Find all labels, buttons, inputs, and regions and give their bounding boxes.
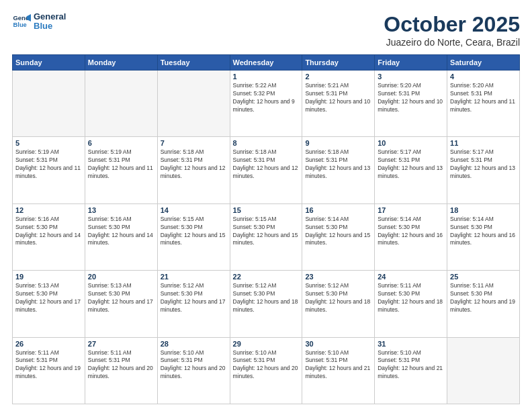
page: General Blue General Blue October 2025 J…	[0, 0, 532, 411]
day-number: 1	[233, 73, 300, 81]
month-title: October 2025	[384, 12, 520, 37]
day-number: 24	[378, 273, 444, 281]
day-number: 19	[15, 273, 82, 281]
calendar-cell: 11Sunrise: 5:17 AM Sunset: 5:31 PM Dayli…	[447, 137, 520, 203]
day-number: 26	[15, 340, 82, 348]
day-info: Sunrise: 5:14 AM Sunset: 5:30 PM Dayligh…	[378, 216, 444, 248]
header: General Blue General Blue October 2025 J…	[12, 12, 520, 48]
calendar-cell: 23Sunrise: 5:12 AM Sunset: 5:30 PM Dayli…	[302, 271, 375, 337]
day-info: Sunrise: 5:15 AM Sunset: 5:30 PM Dayligh…	[161, 216, 227, 248]
day-info: Sunrise: 5:21 AM Sunset: 5:31 PM Dayligh…	[305, 82, 371, 114]
day-info: Sunrise: 5:16 AM Sunset: 5:30 PM Dayligh…	[88, 216, 154, 248]
day-info: Sunrise: 5:14 AM Sunset: 5:30 PM Dayligh…	[450, 216, 517, 248]
day-info: Sunrise: 5:16 AM Sunset: 5:30 PM Dayligh…	[15, 216, 82, 248]
day-number: 6	[88, 139, 154, 147]
calendar-cell: 2Sunrise: 5:21 AM Sunset: 5:31 PM Daylig…	[302, 71, 375, 137]
day-info: Sunrise: 5:17 AM Sunset: 5:31 PM Dayligh…	[450, 148, 517, 181]
day-number: 13	[88, 206, 154, 214]
calendar-cell	[85, 71, 157, 137]
calendar-cell: 3Sunrise: 5:20 AM Sunset: 5:31 PM Daylig…	[375, 71, 447, 137]
day-info: Sunrise: 5:18 AM Sunset: 5:31 PM Dayligh…	[161, 148, 227, 181]
day-number: 3	[378, 73, 444, 81]
calendar-cell: 26Sunrise: 5:11 AM Sunset: 5:31 PM Dayli…	[13, 337, 85, 404]
day-number: 7	[161, 139, 227, 147]
calendar-cell: 31Sunrise: 5:10 AM Sunset: 5:31 PM Dayli…	[375, 337, 447, 404]
day-number: 10	[378, 139, 444, 147]
calendar-cell: 30Sunrise: 5:10 AM Sunset: 5:31 PM Dayli…	[302, 337, 375, 404]
weekday-header-wednesday: Wednesday	[230, 55, 302, 71]
day-number: 20	[88, 273, 154, 281]
day-number: 18	[450, 206, 517, 214]
logo-icon: General Blue	[12, 12, 31, 31]
day-number: 22	[233, 273, 300, 281]
calendar-cell: 7Sunrise: 5:18 AM Sunset: 5:31 PM Daylig…	[157, 137, 230, 203]
calendar-cell: 15Sunrise: 5:15 AM Sunset: 5:30 PM Dayli…	[230, 203, 302, 270]
day-info: Sunrise: 5:11 AM Sunset: 5:30 PM Dayligh…	[378, 282, 444, 314]
day-info: Sunrise: 5:10 AM Sunset: 5:31 PM Dayligh…	[378, 349, 444, 381]
day-info: Sunrise: 5:18 AM Sunset: 5:31 PM Dayligh…	[233, 148, 300, 181]
day-info: Sunrise: 5:11 AM Sunset: 5:31 PM Dayligh…	[15, 349, 82, 381]
day-info: Sunrise: 5:12 AM Sunset: 5:30 PM Dayligh…	[161, 282, 227, 314]
calendar-cell: 18Sunrise: 5:14 AM Sunset: 5:30 PM Dayli…	[447, 203, 520, 270]
title-block: October 2025 Juazeiro do Norte, Ceara, B…	[384, 12, 520, 48]
weekday-header-row: SundayMondayTuesdayWednesdayThursdayFrid…	[13, 55, 520, 71]
logo-line1: General	[34, 12, 66, 21]
week-row-1: 1Sunrise: 5:22 AM Sunset: 5:32 PM Daylig…	[13, 71, 520, 137]
day-number: 9	[305, 139, 371, 147]
week-row-3: 12Sunrise: 5:16 AM Sunset: 5:30 PM Dayli…	[13, 203, 520, 270]
calendar: SundayMondayTuesdayWednesdayThursdayFrid…	[12, 54, 520, 404]
day-info: Sunrise: 5:19 AM Sunset: 5:31 PM Dayligh…	[88, 148, 154, 181]
day-number: 21	[161, 273, 227, 281]
day-info: Sunrise: 5:10 AM Sunset: 5:31 PM Dayligh…	[233, 349, 300, 381]
day-info: Sunrise: 5:13 AM Sunset: 5:30 PM Dayligh…	[15, 282, 82, 314]
calendar-cell: 10Sunrise: 5:17 AM Sunset: 5:31 PM Dayli…	[375, 137, 447, 203]
calendar-cell: 5Sunrise: 5:19 AM Sunset: 5:31 PM Daylig…	[13, 137, 85, 203]
calendar-cell: 16Sunrise: 5:14 AM Sunset: 5:30 PM Dayli…	[302, 203, 375, 270]
day-number: 23	[305, 273, 371, 281]
day-number: 30	[305, 340, 371, 348]
svg-text:Blue: Blue	[13, 21, 27, 28]
calendar-cell: 28Sunrise: 5:10 AM Sunset: 5:31 PM Dayli…	[157, 337, 230, 404]
day-info: Sunrise: 5:12 AM Sunset: 5:30 PM Dayligh…	[305, 282, 371, 314]
calendar-cell: 21Sunrise: 5:12 AM Sunset: 5:30 PM Dayli…	[157, 271, 230, 337]
calendar-cell: 12Sunrise: 5:16 AM Sunset: 5:30 PM Dayli…	[13, 203, 85, 270]
day-number: 4	[450, 73, 517, 81]
day-number: 5	[15, 139, 82, 147]
day-info: Sunrise: 5:15 AM Sunset: 5:30 PM Dayligh…	[233, 216, 300, 248]
weekday-header-tuesday: Tuesday	[157, 55, 230, 71]
calendar-cell: 25Sunrise: 5:11 AM Sunset: 5:30 PM Dayli…	[447, 271, 520, 337]
calendar-cell: 17Sunrise: 5:14 AM Sunset: 5:30 PM Dayli…	[375, 203, 447, 270]
weekday-header-friday: Friday	[375, 55, 447, 71]
day-info: Sunrise: 5:17 AM Sunset: 5:31 PM Dayligh…	[378, 148, 444, 181]
day-info: Sunrise: 5:22 AM Sunset: 5:32 PM Dayligh…	[233, 82, 300, 114]
weekday-header-saturday: Saturday	[447, 55, 520, 71]
week-row-4: 19Sunrise: 5:13 AM Sunset: 5:30 PM Dayli…	[13, 271, 520, 337]
day-info: Sunrise: 5:19 AM Sunset: 5:31 PM Dayligh…	[15, 148, 82, 181]
week-row-5: 26Sunrise: 5:11 AM Sunset: 5:31 PM Dayli…	[13, 337, 520, 404]
logo-line2: Blue	[34, 21, 66, 31]
day-number: 29	[233, 340, 300, 348]
day-number: 25	[450, 273, 517, 281]
weekday-header-sunday: Sunday	[13, 55, 85, 71]
day-info: Sunrise: 5:11 AM Sunset: 5:31 PM Dayligh…	[88, 349, 154, 381]
calendar-cell: 13Sunrise: 5:16 AM Sunset: 5:30 PM Dayli…	[85, 203, 157, 270]
calendar-cell: 14Sunrise: 5:15 AM Sunset: 5:30 PM Dayli…	[157, 203, 230, 270]
day-info: Sunrise: 5:10 AM Sunset: 5:31 PM Dayligh…	[161, 349, 227, 381]
calendar-cell	[13, 71, 85, 137]
day-info: Sunrise: 5:12 AM Sunset: 5:30 PM Dayligh…	[233, 282, 300, 314]
weekday-header-thursday: Thursday	[302, 55, 375, 71]
day-number: 31	[378, 340, 444, 348]
day-info: Sunrise: 5:20 AM Sunset: 5:31 PM Dayligh…	[378, 82, 444, 114]
day-info: Sunrise: 5:18 AM Sunset: 5:31 PM Dayligh…	[305, 148, 371, 181]
calendar-cell: 1Sunrise: 5:22 AM Sunset: 5:32 PM Daylig…	[230, 71, 302, 137]
day-number: 2	[305, 73, 371, 81]
calendar-cell: 9Sunrise: 5:18 AM Sunset: 5:31 PM Daylig…	[302, 137, 375, 203]
day-number: 11	[450, 139, 517, 147]
day-number: 16	[305, 206, 371, 214]
day-number: 27	[88, 340, 154, 348]
calendar-cell	[447, 337, 520, 404]
calendar-cell: 4Sunrise: 5:20 AM Sunset: 5:31 PM Daylig…	[447, 71, 520, 137]
day-number: 28	[161, 340, 227, 348]
calendar-cell: 24Sunrise: 5:11 AM Sunset: 5:30 PM Dayli…	[375, 271, 447, 337]
day-info: Sunrise: 5:20 AM Sunset: 5:31 PM Dayligh…	[450, 82, 517, 114]
